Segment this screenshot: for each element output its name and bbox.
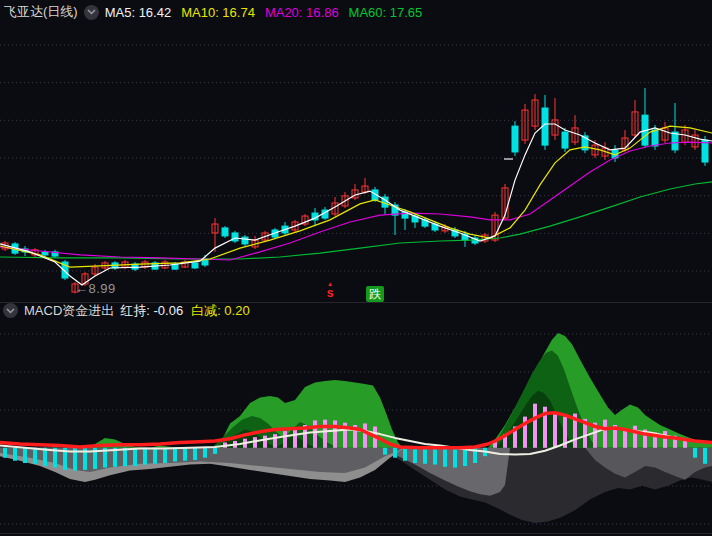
macd-bar [163, 448, 167, 463]
stock-title: 飞亚达(日线) [4, 3, 78, 21]
macd-bar [693, 448, 697, 458]
candlestick [232, 233, 238, 241]
macd-bar [323, 420, 327, 448]
macd-bar [193, 448, 197, 460]
macd-bar [183, 448, 187, 461]
macd-bar [683, 441, 687, 448]
trading-app-window: 飞亚达(日线) MA5: 16.42MA10: 16.74MA20: 16.86… [0, 0, 712, 536]
macd-bar [423, 448, 427, 464]
macd-bar [393, 448, 397, 458]
macd-bar [153, 448, 157, 464]
macd-bar [333, 420, 337, 447]
indicator-panel-header: MACD资金进出 红持: -0.06白减: 0.20 [0, 301, 250, 320]
macd-bar [453, 448, 457, 468]
macd-bar [443, 448, 447, 467]
indicator-readout: 红持: -0.06 [120, 302, 183, 320]
macd-bar [33, 448, 37, 464]
macd-bar [363, 423, 367, 447]
macd-bar [663, 431, 667, 448]
macd-bar [3, 448, 7, 458]
signal-s-marker: ▴ s [323, 280, 337, 299]
indicator-readouts: 红持: -0.06白减: 0.20 [120, 302, 249, 320]
chevron-down-icon[interactable] [84, 5, 99, 20]
macd-bar [403, 448, 407, 461]
macd-bar [203, 448, 207, 458]
dash-marker [504, 158, 513, 160]
candlestick [42, 252, 48, 255]
macd-bar [133, 448, 137, 466]
indicator-readout: 白减: 0.20 [191, 302, 250, 320]
candlestick [562, 132, 568, 148]
macd-bar [603, 420, 607, 448]
price-panel-header: 飞亚达(日线) MA5: 16.42MA10: 16.74MA20: 16.86… [0, 0, 432, 24]
macd-bar [213, 448, 217, 454]
ma-readout: MA10: 16.74 [181, 5, 255, 20]
ma-readout: MA20: 16.86 [265, 5, 339, 20]
window-bottom-edge [0, 533, 712, 534]
macd-bar [263, 436, 267, 448]
fall-badge: 跌 [366, 286, 384, 302]
macd-bar [23, 448, 27, 463]
ma-readout: MA60: 17.65 [349, 5, 423, 20]
candlestick [192, 263, 198, 268]
macd-bar [533, 404, 537, 448]
macd-bar [413, 448, 417, 463]
macd-bar [143, 448, 147, 465]
macd-bar [703, 448, 707, 464]
candlestick [242, 237, 248, 244]
ma-readout: MA5: 16.42 [105, 5, 172, 20]
macd-bar [293, 429, 297, 448]
indicator-title: MACD资金进出 [24, 302, 114, 320]
chart-canvas[interactable] [0, 0, 712, 536]
ma-line-ma5 [0, 124, 712, 285]
macd-bar [433, 448, 437, 465]
chevron-down-icon[interactable] [3, 303, 18, 318]
candlestick [672, 132, 678, 150]
candlestick [512, 126, 518, 152]
macd-bar [313, 420, 317, 447]
macd-bar [13, 448, 17, 461]
candlestick [222, 228, 228, 236]
macd-bar [173, 448, 177, 462]
macd-bar [283, 431, 287, 448]
macd-bar [383, 448, 387, 455]
macd-bar [273, 434, 277, 448]
macd-bar [633, 426, 637, 448]
candlestick [652, 130, 658, 146]
macd-bar [553, 412, 557, 448]
signal-letter: s [323, 287, 337, 299]
low-price-annotation: ←8.99 [75, 281, 116, 296]
ma-values-row: MA5: 16.42MA10: 16.74MA20: 16.86MA60: 17… [105, 3, 433, 21]
